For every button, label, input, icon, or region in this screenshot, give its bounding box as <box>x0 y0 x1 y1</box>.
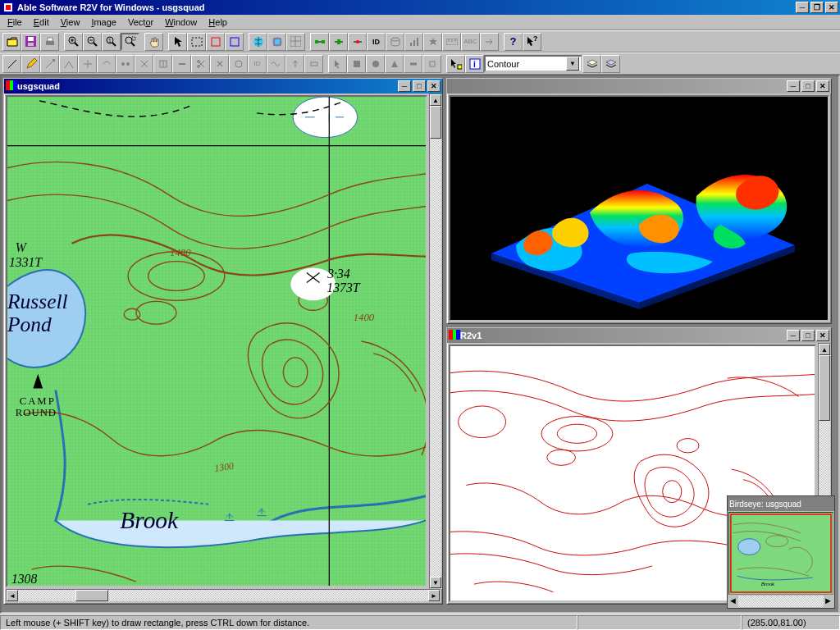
panel-topo-min[interactable]: ─ <box>398 80 411 92</box>
menu-help[interactable]: Help <box>203 16 233 29</box>
layer-combo-drop[interactable]: ▼ <box>566 57 579 71</box>
globe1-button[interactable] <box>249 33 267 51</box>
t2-f[interactable] <box>135 55 153 73</box>
birdseye-scroll-h[interactable]: ◄ ► <box>728 596 833 607</box>
t2-n[interactable] <box>385 55 404 73</box>
t2-j[interactable] <box>285 55 304 73</box>
print-button[interactable] <box>40 33 59 51</box>
layers-button[interactable] <box>582 55 601 73</box>
t2-d[interactable] <box>97 55 116 73</box>
svg-rect-62 <box>430 62 435 66</box>
t2-id[interactable]: ID <box>248 55 267 73</box>
unknown-button[interactable] <box>225 33 244 51</box>
menu-window[interactable]: Window <box>159 16 203 29</box>
t2-wave[interactable] <box>267 55 285 73</box>
svg-text:Brook: Brook <box>120 507 179 533</box>
tool-a-button[interactable] <box>348 33 367 51</box>
menu-view[interactable]: View <box>55 16 86 29</box>
t2-b[interactable] <box>59 55 78 73</box>
box-tool-button[interactable] <box>206 33 225 51</box>
text-button[interactable]: ABC <box>461 33 480 51</box>
zoom-region-button[interactable] <box>121 33 139 51</box>
open-button[interactable] <box>2 33 21 51</box>
t2-e[interactable] <box>116 55 135 73</box>
arrow-right-button[interactable] <box>480 33 499 51</box>
panel-vector-close[interactable]: ✕ <box>816 330 829 341</box>
pan-button[interactable] <box>144 33 163 51</box>
terrain-canvas[interactable] <box>449 95 829 322</box>
t2-x[interactable]: ✕ <box>210 55 229 73</box>
reselect-button[interactable] <box>187 33 206 51</box>
layer-arrow-button[interactable] <box>446 55 465 73</box>
t2-m[interactable] <box>366 55 385 73</box>
edit-line-button[interactable] <box>2 55 21 73</box>
topo-canvas[interactable]: W 1331T Russell Pond CAMP ROUND 3·34 137… <box>6 95 427 587</box>
svg-point-99 <box>541 417 613 451</box>
panel-terrain-max[interactable]: □ <box>801 80 815 92</box>
close-button[interactable]: ✕ <box>825 2 838 13</box>
scroll-down-icon[interactable]: ▼ <box>430 577 441 588</box>
t2-a[interactable] <box>40 55 59 73</box>
svg-point-51 <box>121 62 125 66</box>
layer-info-button[interactable]: i <box>465 55 484 73</box>
panel-vector-max[interactable]: □ <box>801 330 815 341</box>
t2-c[interactable] <box>78 55 97 73</box>
menu-image[interactable]: Image <box>85 16 122 29</box>
scroll-up-icon[interactable]: ▲ <box>430 94 441 106</box>
t2-scissors[interactable] <box>191 55 210 73</box>
panel-birdseye-titlebar[interactable]: Birdseye: usgsquad <box>728 496 834 511</box>
svg-rect-59 <box>311 62 317 66</box>
panel-vector-titlebar[interactable]: R2v1 ─ □ ✕ <box>447 328 831 343</box>
panel-topo-close[interactable]: ✕ <box>427 80 441 92</box>
t2-p[interactable] <box>422 55 441 73</box>
maximize-button[interactable]: ❐ <box>810 2 824 13</box>
star-button[interactable] <box>423 33 442 51</box>
grid-button[interactable] <box>286 33 305 51</box>
svg-point-100 <box>557 424 596 443</box>
scroll-right-icon[interactable]: ► <box>428 590 440 601</box>
t2-o[interactable] <box>404 55 422 73</box>
svg-rect-67 <box>6 80 10 90</box>
panel-topo-max[interactable]: □ <box>413 80 426 92</box>
chart-button[interactable] <box>404 33 423 51</box>
save-button[interactable] <box>21 33 40 51</box>
t2-l[interactable] <box>347 55 366 73</box>
t2-g[interactable] <box>153 55 172 73</box>
globe2-button[interactable] <box>267 33 286 51</box>
layers2-button[interactable] <box>601 55 620 73</box>
connect-button[interactable] <box>310 33 329 51</box>
svg-rect-68 <box>10 80 13 90</box>
birdseye-canvas[interactable]: Brook <box>728 512 833 595</box>
layer-combo[interactable]: Contour ▼ <box>484 55 582 72</box>
panel-topo-titlebar[interactable]: usgsquad ─ □ ✕ <box>4 79 442 94</box>
pencil-button[interactable] <box>21 55 40 73</box>
menu-vector[interactable]: Vector <box>122 16 159 29</box>
rule-button[interactable] <box>442 33 461 51</box>
node-button[interactable] <box>329 33 348 51</box>
panel-terrain-min[interactable]: ─ <box>787 80 800 92</box>
zoom-out-button[interactable] <box>83 33 102 51</box>
panel-birdseye[interactable]: Birdseye: usgsquad Brook <box>727 495 835 609</box>
menu-file[interactable]: File <box>2 16 28 29</box>
svg-line-13 <box>94 43 97 46</box>
panel-terrain-close[interactable]: ✕ <box>816 80 829 92</box>
t2-sel-arrow[interactable] <box>328 55 347 73</box>
panel-terrain-titlebar[interactable]: ─ □ ✕ <box>447 79 831 94</box>
t2-k[interactable] <box>304 55 323 73</box>
panel-vector-min[interactable]: ─ <box>787 330 800 341</box>
topo-scroll-h[interactable]: ◄ ► <box>6 589 441 602</box>
select-arrow-button[interactable] <box>168 33 187 51</box>
t2-i[interactable] <box>229 55 248 73</box>
scroll-left-icon[interactable]: ◄ <box>7 590 18 601</box>
help-button[interactable]: ? <box>504 33 523 51</box>
t2-h[interactable] <box>172 55 191 73</box>
status-hint: Left mouse (+ SHIFT key) to draw rectang… <box>0 615 578 630</box>
context-help-button[interactable]: ? <box>523 33 541 51</box>
db-button[interactable] <box>386 33 404 51</box>
zoom-in-button[interactable] <box>64 33 83 51</box>
topo-scroll-v[interactable]: ▲ ▼ <box>429 94 442 589</box>
zoom-fit-button[interactable]: 1 <box>102 33 121 51</box>
id-button[interactable]: ID <box>367 33 386 51</box>
menu-edit[interactable]: Edit <box>28 16 55 29</box>
minimize-button[interactable]: ─ <box>796 2 809 13</box>
